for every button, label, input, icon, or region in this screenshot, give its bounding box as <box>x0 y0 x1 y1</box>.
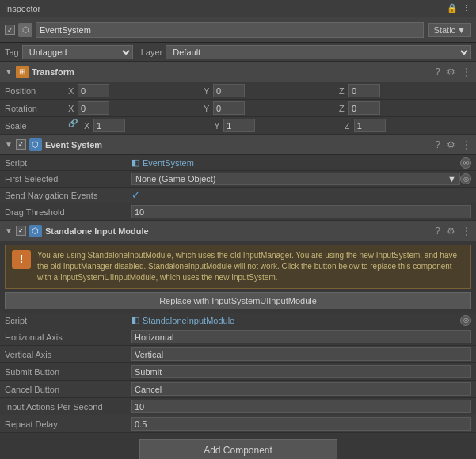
scale-z-input[interactable] <box>354 119 386 132</box>
cancel-btn-row: Cancel Button <box>0 381 476 398</box>
event-system-arrow[interactable]: ▼ <box>5 140 13 149</box>
lock-icon[interactable]: 🔒 <box>447 3 458 13</box>
warning-icon: ! <box>12 250 31 269</box>
event-system-checkbox[interactable]: ✓ <box>16 139 26 150</box>
vert-axis-label: Vertical Axis <box>5 350 131 359</box>
tag-label: Tag <box>5 47 19 57</box>
event-system-settings-icon[interactable]: ⚙ <box>447 139 455 150</box>
standalone-script-file-icon: ◧ <box>131 315 139 325</box>
standalone-title: Standalone Input Module <box>45 226 435 236</box>
horiz-axis-label: Horizontal Axis <box>5 332 131 342</box>
first-selected-dropdown[interactable]: None (Game Object) ▼ <box>131 173 460 185</box>
cancel-btn-label: Cancel Button <box>5 385 131 394</box>
standalone-script-name: StandaloneInputModule <box>143 316 234 325</box>
scale-lock-icon[interactable]: 🔗 <box>68 119 78 132</box>
standalone-warning-box: ! You are using StandaloneInputModule, w… <box>5 245 471 289</box>
standalone-section: ▼ ✓ ⬡ Standalone Input Module ? ⚙ ⋮ ! Yo… <box>0 221 476 433</box>
standalone-checkbox[interactable]: ✓ <box>16 226 26 236</box>
header-icons: 🔒 ⋮ <box>447 3 471 13</box>
event-script-row: Script ◧ EventSystem ◎ <box>0 155 476 171</box>
repeat-delay-row: Repeat Delay <box>0 415 476 433</box>
position-y-label: Y <box>204 86 211 96</box>
static-label: Static <box>434 25 456 35</box>
object-active-checkbox[interactable]: ✓ <box>5 25 15 35</box>
event-system-title: Event System <box>45 140 435 150</box>
object-icon: ⬡ <box>18 23 32 37</box>
event-script-name: EventSystem <box>143 158 194 168</box>
event-system-help-icon[interactable]: ? <box>435 139 440 150</box>
add-component-section: Add Component <box>0 433 476 459</box>
standalone-menu-icon[interactable]: ⋮ <box>462 226 471 237</box>
transform-title: Transform <box>32 67 435 77</box>
input-actions-input[interactable] <box>131 400 471 413</box>
standalone-settings-icon[interactable]: ⚙ <box>447 226 455 237</box>
inspector-title: Inspector <box>5 4 447 13</box>
standalone-script-circle-btn[interactable]: ◎ <box>460 315 471 326</box>
send-nav-label: Send Navigation Events <box>5 191 131 200</box>
rotation-z-field: Z <box>339 101 471 115</box>
position-y-input[interactable] <box>213 84 245 97</box>
transform-menu-icon[interactable]: ⋮ <box>462 66 471 78</box>
transform-icon: ⊞ <box>16 66 29 78</box>
rotation-row: Rotation X Y Z <box>0 100 476 117</box>
static-dropdown-icon[interactable]: ▼ <box>457 25 466 35</box>
event-script-circle-btn[interactable]: ◎ <box>460 157 471 169</box>
inspector-header: Inspector 🔒 ⋮ <box>0 0 476 17</box>
transform-actions: ? ⚙ ⋮ <box>435 66 471 78</box>
event-script-value: ◧ EventSystem <box>131 157 194 168</box>
drag-threshold-input[interactable] <box>131 205 471 218</box>
standalone-script-row: Script ◧ StandaloneInputModule ◎ <box>0 313 476 328</box>
scale-y-field: Y <box>214 119 341 132</box>
cancel-btn-input[interactable] <box>131 382 471 396</box>
scale-y-label: Y <box>214 121 222 131</box>
first-selected-label: First Selected <box>5 174 131 184</box>
rotation-x-input[interactable] <box>78 101 109 115</box>
warning-text: You are using StandaloneInputModule, whi… <box>37 250 464 283</box>
object-name-input[interactable] <box>36 22 424 38</box>
scale-fields: 🔗 X Y Z <box>68 119 471 132</box>
transform-settings-icon[interactable]: ⚙ <box>447 66 455 78</box>
tag-select[interactable]: Untagged <box>22 45 133 59</box>
vert-axis-input[interactable] <box>131 347 471 361</box>
horiz-axis-row: Horizontal Axis <box>0 328 476 346</box>
rotation-label: Rotation <box>5 104 68 113</box>
input-actions-row: Input Actions Per Second <box>0 398 476 415</box>
rotation-z-input[interactable] <box>348 101 380 115</box>
scale-x-label: X <box>84 121 92 131</box>
event-system-header: ▼ ✓ ⬡ Event System ? ⚙ ⋮ <box>0 135 476 155</box>
event-system-menu-icon[interactable]: ⋮ <box>462 139 471 150</box>
transform-arrow[interactable]: ▼ <box>5 67 13 76</box>
standalone-help-icon[interactable]: ? <box>435 226 440 237</box>
position-z-input[interactable] <box>348 84 380 97</box>
transform-section: ▼ ⊞ Transform ? ⚙ ⋮ Position X Y <box>0 62 476 135</box>
first-selected-dropdown-icon: ▼ <box>447 174 456 184</box>
horiz-axis-input[interactable] <box>131 330 471 343</box>
transform-help-icon[interactable]: ? <box>435 66 440 78</box>
send-nav-checkmark[interactable]: ✓ <box>131 189 140 201</box>
scale-x-input[interactable] <box>93 119 125 132</box>
scale-row: Scale 🔗 X Y Z <box>0 117 476 135</box>
standalone-script-value: ◧ StandaloneInputModule <box>131 315 234 325</box>
add-component-button[interactable]: Add Component <box>139 439 337 459</box>
scale-x-field: X <box>84 119 211 132</box>
rotation-y-input[interactable] <box>213 101 245 115</box>
scale-label: Scale <box>5 121 68 131</box>
standalone-arrow[interactable]: ▼ <box>5 226 13 235</box>
vert-axis-row: Vertical Axis <box>0 346 476 363</box>
first-selected-circle-btn[interactable]: ◎ <box>460 173 471 184</box>
event-system-section: ▼ ✓ ⬡ Event System ? ⚙ ⋮ Script ◧ EventS… <box>0 135 476 221</box>
scale-y-input[interactable] <box>223 119 255 132</box>
input-actions-label: Input Actions Per Second <box>5 402 131 412</box>
standalone-actions: ? ⚙ ⋮ <box>435 226 471 237</box>
menu-icon[interactable]: ⋮ <box>463 3 471 13</box>
repeat-delay-input[interactable] <box>131 417 471 431</box>
standalone-script-label: Script <box>5 316 131 325</box>
send-nav-row: Send Navigation Events ✓ <box>0 188 476 203</box>
position-x-input[interactable] <box>78 84 109 97</box>
replace-btn[interactable]: Replace with InputSystemUIInputModule <box>5 292 471 309</box>
repeat-delay-label: Repeat Delay <box>5 419 131 429</box>
layer-select[interactable]: Default <box>166 45 471 59</box>
static-badge[interactable]: Static ▼ <box>428 23 471 37</box>
submit-btn-row: Submit Button <box>0 363 476 381</box>
submit-btn-input[interactable] <box>131 365 471 378</box>
